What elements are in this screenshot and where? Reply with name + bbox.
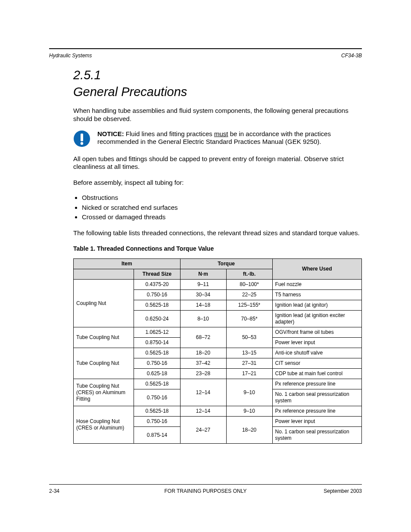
cell-ftlb: 80–100* bbox=[226, 280, 272, 290]
notice-icon bbox=[73, 130, 90, 147]
cell-item: Tube Coupling Nut (CRES) on Aluminum Fit… bbox=[74, 379, 134, 406]
list-item: Obstructions bbox=[82, 194, 362, 202]
cell-use: CDP tube at main fuel control bbox=[272, 369, 361, 379]
table-row: Coupling Nut 0.4375-20 9–11 80–100* Fuel… bbox=[74, 280, 362, 290]
cell-thread: 0.5625-18 bbox=[134, 348, 180, 358]
th-item: Item bbox=[74, 259, 181, 269]
table-row: Tube Coupling Nut (CRES) on Aluminum Fit… bbox=[74, 379, 362, 389]
cell-nm: 18–20 bbox=[180, 348, 226, 358]
page: Hydraulic Systems CF34-3B 2.5.1 General … bbox=[49, 31, 362, 501]
footer-center: FOR TRAINING PURPOSES ONLY bbox=[49, 488, 362, 494]
cell-nm: 68–72 bbox=[180, 327, 226, 348]
section-title: General Precautions bbox=[73, 85, 362, 99]
cell-item: Tube Coupling Nut bbox=[74, 327, 134, 348]
list-item: Crossed or damaged threads bbox=[82, 213, 362, 221]
cell-nm: 9–11 bbox=[180, 280, 226, 290]
table-header-row: Item Torque Where Used bbox=[74, 259, 362, 269]
th-nm: N·m bbox=[180, 269, 226, 280]
svg-rect-1 bbox=[81, 134, 83, 141]
intro-paragraph: When handling tube assemblies and fluid … bbox=[73, 107, 362, 123]
th-thread: Thread Size bbox=[134, 269, 180, 280]
cell-nm: 8–10 bbox=[180, 311, 226, 327]
th-ftlb: ft.-lb. bbox=[226, 269, 272, 280]
cell-ftlb: 70–85* bbox=[226, 311, 272, 327]
table-row: Tube Coupling Nut 0.5625-18 18–20 13–15 … bbox=[74, 348, 362, 358]
cell-nm: 14–18 bbox=[180, 300, 226, 311]
cell-ftlb: 9–10 bbox=[226, 406, 272, 417]
cell-use: OGV/front frame oil tubes bbox=[272, 327, 361, 338]
cell-item: Hose Coupling Nut (CRES or Aluminum) bbox=[74, 406, 134, 444]
cell-use: CIT sensor bbox=[272, 358, 361, 369]
cell-use: Px reference pressure line bbox=[272, 379, 361, 389]
page-number: 2-34 bbox=[49, 488, 59, 494]
cell-use: Power lever input bbox=[272, 338, 361, 348]
cell-nm: 23–28 bbox=[180, 369, 226, 379]
footer: 2-34 FOR TRAINING PURPOSES ONLY Septembe… bbox=[49, 488, 362, 494]
bullets-intro: Before assembly, inspect all tubing for: bbox=[73, 179, 362, 187]
svg-point-2 bbox=[81, 142, 83, 144]
cell-thread: 0.5625-18 bbox=[134, 406, 180, 417]
cell-use: Anti-ice shutoff valve bbox=[272, 348, 361, 358]
cell-ftlb: 50–53 bbox=[226, 327, 272, 348]
cell-ftlb: 22–25 bbox=[226, 290, 272, 300]
table-row: Hose Coupling Nut (CRES or Aluminum) 0.5… bbox=[74, 406, 362, 417]
cell-use: T5 harness bbox=[272, 290, 361, 300]
cell-ftlb: 125–155* bbox=[226, 300, 272, 311]
cell-use: Ignition lead (at ignitor) bbox=[272, 300, 361, 311]
table-caption: Table 1. Threaded Connections and Torque… bbox=[73, 245, 362, 253]
th-blank bbox=[74, 269, 134, 280]
th-use: Where Used bbox=[272, 259, 361, 280]
running-head-left: Hydraulic Systems bbox=[49, 53, 92, 59]
cell-thread: 0.8750-14 bbox=[134, 338, 180, 348]
cell-use: No. 1 carbon seal pressurization system bbox=[272, 427, 361, 444]
cell-ftlb: 27–31 bbox=[226, 358, 272, 369]
cell-use: Px reference pressure line bbox=[272, 406, 361, 417]
cell-thread: 0.750-16 bbox=[134, 358, 180, 369]
running-head: Hydraulic Systems CF34-3B bbox=[49, 53, 362, 59]
cell-nm: 30–34 bbox=[180, 290, 226, 300]
cell-thread: 0.5625-18 bbox=[134, 379, 180, 389]
cell-thread: 0.750-16 bbox=[134, 417, 180, 427]
cell-thread: 0.875-14 bbox=[134, 427, 180, 444]
footer-date: September 2003 bbox=[324, 488, 362, 494]
bullets-list: Obstructions Nicked or scratched end sur… bbox=[73, 194, 362, 221]
notice-must: must bbox=[214, 130, 228, 137]
cell-thread: 0.750-16 bbox=[134, 290, 180, 300]
after-notice-paragraph: All open tubes and fittings should be ca… bbox=[73, 155, 362, 171]
cell-thread: 0.750-16 bbox=[134, 389, 180, 406]
cell-item: Tube Coupling Nut bbox=[74, 348, 134, 379]
cell-use: Ignition lead (at ignition exciter adapt… bbox=[272, 311, 361, 327]
cell-thread: 0.4375-20 bbox=[134, 280, 180, 290]
cell-nm: 12–14 bbox=[180, 406, 226, 417]
footer-rule bbox=[49, 484, 362, 485]
cell-nm: 24–27 bbox=[180, 417, 226, 444]
cell-ftlb: 13–15 bbox=[226, 348, 272, 358]
section-number: 2.5.1 bbox=[73, 68, 362, 82]
notice-label: NOTICE: bbox=[97, 130, 124, 137]
cell-use: Fuel nozzle bbox=[272, 280, 361, 290]
cell-thread: 0.625-18 bbox=[134, 369, 180, 379]
cell-nm: 37–42 bbox=[180, 358, 226, 369]
notice-before: Fluid lines and fitting practices bbox=[126, 130, 214, 137]
table-row: Tube Coupling Nut 1.0625-12 68–72 50–53 … bbox=[74, 327, 362, 338]
threads-table: Item Torque Where Used Thread Size N·m f… bbox=[73, 258, 362, 444]
notice-text: NOTICE: Fluid lines and fitting practice… bbox=[97, 130, 362, 146]
header-rule bbox=[49, 48, 362, 49]
cell-thread: 0.5625-18 bbox=[134, 300, 180, 311]
cell-thread: 1.0625-12 bbox=[134, 327, 180, 338]
cell-ftlb: 9–10 bbox=[226, 379, 272, 406]
notice-block: NOTICE: Fluid lines and fitting practice… bbox=[73, 130, 362, 147]
cell-use: Power lever input bbox=[272, 417, 361, 427]
list-item: Nicked or scratched end surfaces bbox=[82, 204, 362, 212]
th-torque: Torque bbox=[180, 259, 272, 269]
cell-item: Coupling Nut bbox=[74, 280, 134, 327]
cell-thread: 0.6250-24 bbox=[134, 311, 180, 327]
cell-ftlb: 17–21 bbox=[226, 369, 272, 379]
cell-ftlb: 18–20 bbox=[226, 417, 272, 444]
running-head-right: CF34-3B bbox=[341, 53, 362, 59]
cell-nm: 12–14 bbox=[180, 379, 226, 406]
cell-use: No. 1 carbon seal pressurization system bbox=[272, 389, 361, 406]
before-table-paragraph: The following table lists threaded conne… bbox=[73, 229, 362, 237]
